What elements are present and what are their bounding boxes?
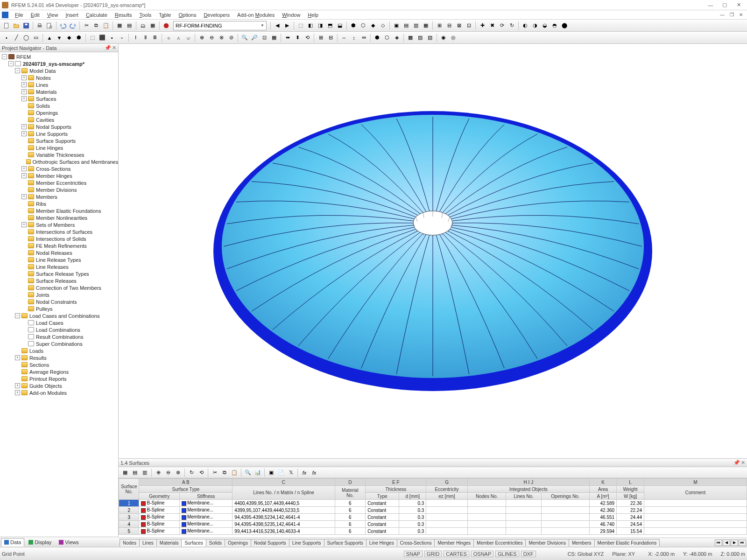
tb-redo[interactable] bbox=[68, 21, 78, 30]
menu-file[interactable]: File bbox=[11, 11, 27, 19]
tree-item[interactable]: Nodal Releases bbox=[0, 249, 118, 256]
tree-item[interactable]: Load Cases bbox=[0, 319, 118, 326]
tb2-j[interactable]: ⬛ bbox=[98, 33, 107, 42]
tb-cut[interactable]: ✂ bbox=[82, 21, 91, 30]
tb2-l[interactable]: ▫ bbox=[117, 33, 127, 42]
menu-window[interactable]: Window bbox=[278, 11, 304, 19]
tb-icon-n[interactable]: ⊞ bbox=[435, 21, 444, 30]
bpt-fx-icon[interactable]: fx bbox=[300, 468, 309, 477]
bpt-n[interactable]: ▣ bbox=[267, 468, 276, 477]
menu-calculate[interactable]: Calculate bbox=[82, 11, 111, 19]
tb2-al[interactable]: ▩ bbox=[406, 33, 415, 42]
tb-open[interactable] bbox=[12, 21, 21, 30]
tb-icon-c[interactable]: ◨ bbox=[316, 21, 325, 30]
bpt-j[interactable]: ⧉ bbox=[220, 468, 229, 477]
tree-item[interactable]: Surface Releases bbox=[0, 277, 118, 284]
bpt-l[interactable]: 🔍 bbox=[243, 468, 253, 477]
tb2-b[interactable]: ╱ bbox=[12, 33, 21, 42]
tb-tile[interactable]: ▤ bbox=[125, 21, 134, 30]
tree-item[interactable]: Line Hinges bbox=[0, 144, 118, 151]
nav-pin-icon[interactable]: 📌 bbox=[105, 45, 111, 51]
tb-icon-b[interactable]: ◧ bbox=[306, 21, 315, 30]
tb-next[interactable]: ▶ bbox=[282, 21, 292, 30]
bpt-c[interactable]: ▥ bbox=[140, 468, 149, 477]
tree-item[interactable]: Line Releases bbox=[0, 263, 118, 270]
tb-icon-z[interactable]: ⬤ bbox=[560, 21, 569, 30]
tb2-f[interactable]: ▼ bbox=[55, 33, 64, 42]
tree-item[interactable]: −Load Cases and Combinations bbox=[0, 312, 118, 319]
tb-paste[interactable]: 📋 bbox=[101, 21, 111, 30]
bottom-tab[interactable]: Members bbox=[569, 539, 595, 546]
tb2-s[interactable]: ⊕ bbox=[197, 33, 206, 42]
tb-icon-g[interactable]: ⬡ bbox=[359, 21, 368, 30]
bp-close-icon[interactable]: ✕ bbox=[741, 460, 745, 466]
bottom-tab[interactable]: Lines bbox=[139, 539, 157, 546]
tb2-ah[interactable]: ⇔ bbox=[359, 33, 368, 42]
tb2-ai[interactable]: ⬢ bbox=[373, 33, 382, 42]
tab-nav-button[interactable]: ⏮ bbox=[715, 539, 722, 546]
bottom-tab[interactable]: Nodal Supports bbox=[251, 539, 289, 546]
tree-item[interactable]: Connection of Two Members bbox=[0, 284, 118, 291]
tree-item[interactable]: Loads bbox=[0, 347, 118, 354]
bpt-h[interactable]: ⟲ bbox=[197, 468, 206, 477]
tb-icon-w[interactable]: ◑ bbox=[530, 21, 540, 30]
viewport-3d[interactable] bbox=[119, 44, 747, 458]
tree-item[interactable]: +Line Supports bbox=[0, 130, 118, 137]
tb2-ap[interactable]: ◎ bbox=[449, 33, 458, 42]
tb2-t[interactable]: ⊖ bbox=[207, 33, 216, 42]
tree-item[interactable]: Intersections of Solids bbox=[0, 235, 118, 242]
bottom-tab[interactable]: Materials bbox=[156, 539, 182, 546]
tree-item[interactable]: Average Regions bbox=[0, 368, 118, 375]
tb2-i[interactable]: ⬚ bbox=[88, 33, 97, 42]
bottom-tab[interactable]: Openings bbox=[225, 539, 251, 546]
menu-addon[interactable]: Add-on Modules bbox=[233, 11, 278, 19]
tb2-m[interactable]: Ⅰ bbox=[131, 33, 140, 42]
tb2-n[interactable]: Ⅱ bbox=[141, 33, 150, 42]
navigator-tree[interactable]: −RFEM−20240719_sys-smscamp*−Model Data+N… bbox=[0, 52, 118, 547]
tree-item[interactable]: Solids bbox=[0, 102, 118, 109]
tree-item[interactable]: +Member Hinges bbox=[0, 172, 118, 179]
tree-item[interactable]: Surface Release Types bbox=[0, 270, 118, 277]
tree-item[interactable]: +Lines bbox=[0, 81, 118, 88]
status-grid[interactable]: GRID bbox=[424, 551, 442, 557]
bottom-tab[interactable]: Member Elastic Foundations bbox=[594, 539, 660, 546]
tree-item[interactable]: Member Eccentricities bbox=[0, 179, 118, 186]
bottom-tab[interactable]: Line Hinges bbox=[366, 539, 397, 546]
tb-icon-e[interactable]: ⬓ bbox=[335, 21, 345, 30]
tb-icon-i[interactable]: ◇ bbox=[378, 21, 388, 30]
bpt-f[interactable]: ⊗ bbox=[173, 468, 183, 477]
tb2-v[interactable]: ⊘ bbox=[226, 33, 236, 42]
close-button[interactable]: ✕ bbox=[732, 1, 745, 9]
tb2-ae[interactable]: ⊟ bbox=[326, 33, 335, 42]
bp-pin-icon[interactable]: 📌 bbox=[733, 460, 740, 466]
module-combo[interactable]: RF-FORM-FINDING ▼ bbox=[173, 21, 267, 30]
tb-tables[interactable]: ▦ bbox=[148, 21, 157, 30]
tb-icon-j[interactable]: ▣ bbox=[392, 21, 401, 30]
tb-icon-l[interactable]: ▥ bbox=[411, 21, 421, 30]
tb-icon-f[interactable]: ⬢ bbox=[349, 21, 358, 30]
bpt-a[interactable]: ▦ bbox=[120, 468, 130, 477]
menu-results[interactable]: Results bbox=[111, 11, 136, 19]
tb2-ak[interactable]: ◈ bbox=[392, 33, 402, 42]
mdi-minimize[interactable]: — bbox=[718, 12, 726, 18]
nav-tab-data[interactable]: Data bbox=[1, 538, 24, 546]
minimize-button[interactable]: — bbox=[704, 1, 717, 9]
tb2-ab[interactable]: ⬍ bbox=[293, 33, 302, 42]
bpt-i[interactable]: ✂ bbox=[210, 468, 219, 477]
tb2-o[interactable]: Ⅲ bbox=[150, 33, 160, 42]
tb-module-icon[interactable] bbox=[162, 21, 171, 30]
tb-icon-u[interactable]: ↻ bbox=[507, 21, 516, 30]
tb-icon-v[interactable]: ◐ bbox=[521, 21, 530, 30]
tree-item[interactable]: Pulleys bbox=[0, 305, 118, 312]
tree-item[interactable]: +Results bbox=[0, 354, 118, 361]
tree-item[interactable]: +Cross-Sections bbox=[0, 165, 118, 172]
tb2-x[interactable]: 🔎 bbox=[250, 33, 259, 42]
bpt-o[interactable]: 📄 bbox=[276, 468, 286, 477]
menu-tools[interactable]: Tools bbox=[135, 11, 155, 19]
menu-developers[interactable]: Developers bbox=[200, 11, 233, 19]
bpt-b[interactable]: ▤ bbox=[130, 468, 140, 477]
tree-item[interactable]: Member Elastic Foundations bbox=[0, 207, 118, 214]
tree-item[interactable]: Line Release Types bbox=[0, 256, 118, 263]
nav-tab-display[interactable]: Display bbox=[25, 538, 55, 546]
tree-item[interactable]: Ribs bbox=[0, 200, 118, 207]
